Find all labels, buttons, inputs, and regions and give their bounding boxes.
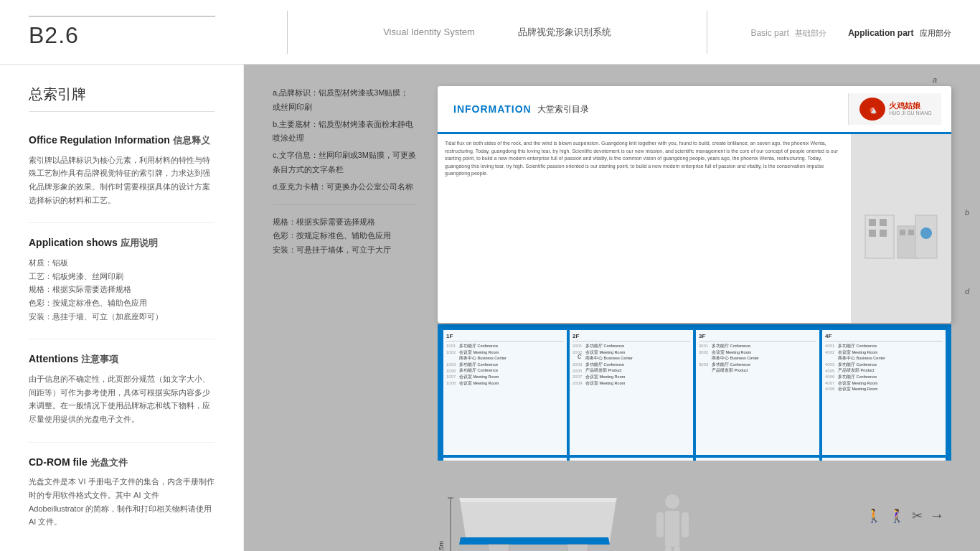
dir-col-5f: 5F 5001多功能厅 Conference 5002会议室 Meeting R… [443,458,567,461]
sidebar: 总索引牌 Office Regulation Information 信息释义 … [0,65,244,551]
content-area: a,品牌标识：铝质型材烤漆或3M贴膜；或丝网印刷 b,主要底材：铝质型材烤漆表面… [244,65,980,551]
dir-row: 4001 多功能厅 Conference [825,344,943,349]
section-application: Application shows 应用说明 材质：铝板 工艺：铝板烤漆、丝网印… [29,236,215,323]
dir-row: 2009 会议室 Meeting Room [573,381,690,386]
dir-row: 商务中心 Business Center [699,356,816,361]
svg-marker-13 [459,498,617,502]
dir-row: 1006 多功能厅 Conference [446,368,564,373]
logo-name-en: HUO JI GU NIANG [889,110,932,116]
dir-row: 商务中心 Business Center [446,356,564,361]
building-illustration [858,201,944,273]
basic-part-en: Basic part [750,28,788,38]
mockup-area: a INFORMATION 大堂索引目录 [438,86,951,529]
section-cdrom-title: CD-ROM file 光盘文件 [29,456,215,470]
logo-area: 🐔 火鸡姑娘 HUO JI GU NIANG [858,96,932,122]
svg-rect-27 [674,547,680,551]
basic-part-zh: 基础部分 [795,29,826,37]
section-cdrom: CD-ROM file 光盘文件 光盘文件是本 VI 手册电子文件的集合，内含手… [29,456,215,529]
signboard-text: Tidal flux on both sides of the rock, an… [438,134,851,323]
logo-icon: 🐔 [858,96,887,122]
svg-marker-15 [488,545,509,551]
sidebar-title: 总索引牌 [29,85,215,112]
dir-row: 3002 会议室 Meeting Room [699,350,816,355]
description-column: a,品牌标识：铝质型材烤漆或3M贴膜；或丝网印刷 b,主要底材：铝质型材烤漆表面… [273,86,416,529]
section-cdrom-body: 光盘文件是本 VI 手册电子文件的集合，内含手册制作时的专用软件格式文件。其中 … [29,475,215,529]
dir-row: 2007 会议室 Meeting Room [573,375,690,380]
dir-row: 2005 产品研发部 Product [573,368,690,373]
marker-a: a [933,75,937,84]
human-silhouette [653,484,692,551]
section-office-body: 索引牌以品牌标识为核心元素，利用材料的特性与特殊工艺制作具有品牌视觉特征的索引牌… [29,154,215,207]
dir-row: 4005 产品研发部 Product [825,368,943,373]
svg-text:🐔: 🐔 [869,106,877,115]
header-center: Visual Identity System 品牌视觉形象识别系统 [287,11,707,54]
section-application-title: Application shows 应用说明 [29,236,215,250]
dir-row: 1002 会议室 Meeting Room [446,350,564,355]
dir-col-3f: 3F 3001 多功能厅 Conference 3002 会议室 Meeting… [696,330,819,455]
floor-4f: 4F [825,333,943,342]
svg-marker-14 [459,537,610,545]
floor-1f: 1F [446,333,564,342]
dir-row: 产品研发部 Product [699,368,816,373]
header-title-en: Visual Identity System [383,27,475,37]
section-office-title: Office Regulation Information 信息释义 [29,133,215,148]
application-part: Application part 应用部分 [848,26,951,39]
dir-col-6f: 6F 6001多功能厅 Conference 6002会议室 Meeting R… [570,458,693,461]
svg-point-22 [665,494,679,509]
stand-svg: 1.5m [438,484,639,551]
logo-name-cn: 火鸡姑娘 [889,101,932,110]
dir-row: 1008 会议室 Meeting Room [446,381,564,386]
stand-visual: 1.5m [438,484,639,551]
svg-rect-6 [880,230,887,237]
info-title: INFORMATION [453,103,532,115]
svg-rect-3 [869,219,876,226]
divider-1 [29,222,215,223]
dir-row: 2002 会议室 Meeting Room [573,350,690,355]
desc-item-d: d,亚克力卡槽：可更换办公公室公司名称 [273,180,416,194]
svg-rect-9 [908,230,914,235]
app-line-1: 材质：铝板 [29,256,215,270]
dir-row: 4006 多功能厅 Conference [825,375,943,380]
svg-rect-25 [682,512,689,537]
section-attentions-body: 由于信息的不确定性，此页部分规范（如文字大小、间距等）可作为参考使用，具体可根据… [29,372,215,426]
floor-2f: 2F [573,333,690,342]
dir-row: 1003 多功能厅 Conference [446,362,564,367]
app-line-3: 规格：根据实际需要选择规格 [29,283,215,296]
signboard-mockup: INFORMATION 大堂索引目录 [438,86,951,323]
info-subtitle: 大堂索引目录 [537,103,589,116]
header-title-zh: 品牌视觉形象识别系统 [518,26,611,39]
section-attentions: Attentions 注意事项 由于信息的不确定性，此页部分规范（如文字大小、间… [29,352,215,425]
dir-row: 1001 多功能厅 Conference [446,344,564,349]
svg-rect-23 [665,511,679,547]
section-application-body: 材质：铝板 工艺：铝板烤漆、丝网印刷 规格：根据实际需要选择规格 色彩：按规定标… [29,256,215,323]
main-content: 总索引牌 Office Regulation Information 信息释义 … [0,65,980,551]
signboard-image [851,134,951,323]
marker-c: c [578,352,582,360]
dir-grid: 1F 1001 多功能厅 Conference 1002 会议室 Meeting… [443,330,946,455]
application-part-en: Application part [848,28,913,38]
app-line-4: 色彩：按规定标准色、辅助色应用 [29,296,215,310]
desc-item-a: a,品牌标识：铝质型材烤漆或3M贴膜；或丝网印刷 [273,86,416,115]
application-part-zh: 应用部分 [920,29,951,37]
divider-2 [29,339,215,339]
header-left: B2.6 [29,16,273,49]
signboard-description: Tidal flux on both sides of the rock, an… [445,140,844,178]
desc-item-b: b,主要底材：铝质型材烤漆表面粉末静电喷涂处理 [273,118,416,146]
dir-col-4f: 4F 4001 多功能厅 Conference 4002 会议室 Meeting… [822,330,946,455]
app-line-2: 工艺：铝板烤漆、丝网印刷 [29,270,215,283]
dir-row: 4008 会议室 Meeting Room [825,387,943,392]
app-line-5: 安装：悬挂于墙、可立（加底座即可） [29,310,215,324]
svg-rect-26 [665,547,672,551]
spec-line-2: 色彩：按规定标准色、辅助色应用 [273,229,416,243]
floor-3f: 3F [699,333,816,342]
svg-point-11 [920,227,932,239]
dir-row: 4003 多功能厅 Conference [825,362,943,367]
human-svg [653,491,692,551]
svg-rect-4 [880,219,887,226]
dir-col-2f: 2F 2001 多功能厅 Conference 2002 会议室 Meeting… [570,330,693,455]
desc-item-c: c,文字信息：丝网印刷或3M贴膜，可更换条目方式的文字条栏 [273,149,416,177]
signboard-header: INFORMATION 大堂索引目录 [438,86,951,134]
header: B2.6 Visual Identity System 品牌视觉形象识别系统 B… [0,0,980,65]
svg-marker-16 [567,545,588,551]
dir-row: 2003 多功能厅 Conference [573,362,690,367]
